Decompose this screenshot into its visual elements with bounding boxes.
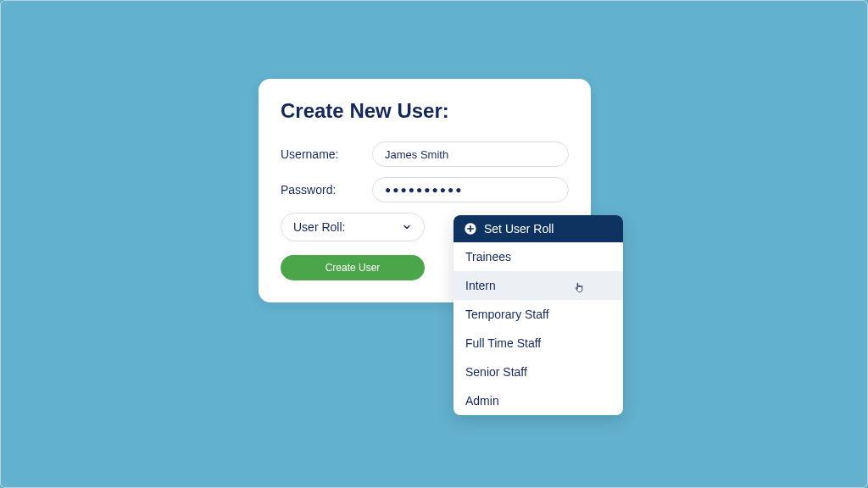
dropdown-option-label: Full Time Staff <box>465 336 541 350</box>
dropdown-option-trainees[interactable]: Trainees <box>453 242 623 271</box>
dropdown-option-label: Trainees <box>465 250 511 263</box>
dropdown-header-label: Set User Roll <box>484 222 554 236</box>
dropdown-option-label: Admin <box>465 394 499 408</box>
dropdown-option-admin[interactable]: Admin <box>453 386 623 415</box>
user-role-select-label: User Roll: <box>293 220 345 234</box>
dropdown-option-temporary-staff[interactable]: Temporary Staff <box>453 300 623 329</box>
username-label: Username: <box>281 147 372 161</box>
pointer-cursor-icon <box>574 280 586 294</box>
dropdown-header: Set User Roll <box>453 215 623 242</box>
dropdown-option-label: Senior Staff <box>465 365 527 379</box>
plus-circle-icon <box>464 222 477 236</box>
create-user-button[interactable]: Create User <box>281 255 425 280</box>
password-row: Password: <box>281 177 569 202</box>
chevron-down-icon <box>402 222 412 232</box>
password-label: Password: <box>281 183 372 197</box>
user-role-select[interactable]: User Roll: <box>281 213 425 241</box>
dropdown-option-label: Temporary Staff <box>465 308 549 321</box>
dropdown-option-label: Intern <box>465 279 496 292</box>
username-input[interactable] <box>372 141 569 167</box>
username-row: Username: <box>281 141 569 167</box>
password-input[interactable] <box>372 177 569 202</box>
dropdown-option-intern[interactable]: Intern <box>453 271 623 300</box>
dropdown-option-senior-staff[interactable]: Senior Staff <box>453 358 623 386</box>
dropdown-option-full-time-staff[interactable]: Full Time Staff <box>453 329 623 358</box>
user-role-dropdown: Set User Roll Trainees Intern Temporary … <box>453 215 623 415</box>
card-title: Create New User: <box>281 99 569 123</box>
